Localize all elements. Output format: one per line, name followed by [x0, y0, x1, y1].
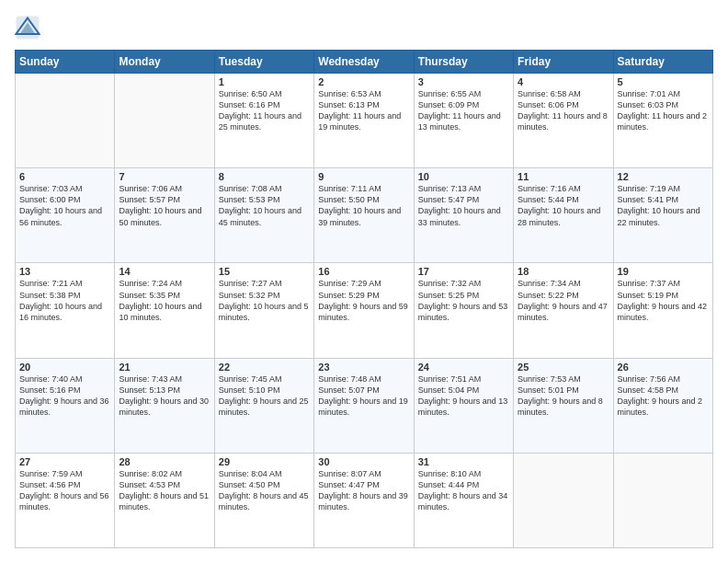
- calendar-cell: 21Sunrise: 7:43 AM Sunset: 5:13 PM Dayli…: [115, 358, 214, 453]
- weekday-header-saturday: Saturday: [613, 51, 712, 74]
- day-info: Sunrise: 6:50 AM Sunset: 6:16 PM Dayligh…: [219, 88, 310, 133]
- day-info: Sunrise: 7:59 AM Sunset: 4:56 PM Dayligh…: [19, 468, 110, 513]
- calendar-cell: 29Sunrise: 8:04 AM Sunset: 4:50 PM Dayli…: [214, 453, 313, 547]
- day-number: 21: [119, 362, 210, 373]
- calendar-cell: 2Sunrise: 6:53 AM Sunset: 6:13 PM Daylig…: [314, 74, 414, 168]
- day-number: 25: [518, 362, 609, 373]
- day-info: Sunrise: 8:07 AM Sunset: 4:47 PM Dayligh…: [318, 468, 409, 513]
- day-info: Sunrise: 7:53 AM Sunset: 5:01 PM Dayligh…: [518, 373, 609, 419]
- day-number: 1: [219, 76, 310, 87]
- weekday-header-monday: Monday: [115, 51, 214, 74]
- day-number: 10: [418, 171, 509, 182]
- calendar-row-0: 1Sunrise: 6:50 AM Sunset: 6:16 PM Daylig…: [16, 74, 713, 168]
- calendar-cell: 28Sunrise: 8:02 AM Sunset: 4:53 PM Dayli…: [115, 453, 214, 547]
- day-info: Sunrise: 7:01 AM Sunset: 6:03 PM Dayligh…: [618, 88, 709, 133]
- day-number: 31: [418, 456, 509, 467]
- calendar-cell: 19Sunrise: 7:37 AM Sunset: 5:19 PM Dayli…: [613, 263, 712, 358]
- calendar-cell: 5Sunrise: 7:01 AM Sunset: 6:03 PM Daylig…: [613, 74, 712, 168]
- weekday-header-friday: Friday: [514, 51, 613, 74]
- day-number: 13: [19, 266, 110, 277]
- day-info: Sunrise: 7:03 AM Sunset: 6:00 PM Dayligh…: [19, 183, 110, 228]
- calendar-cell: 15Sunrise: 7:27 AM Sunset: 5:32 PM Dayli…: [214, 263, 313, 358]
- page: SundayMondayTuesdayWednesdayThursdayFrid…: [0, 0, 728, 563]
- calendar-row-2: 13Sunrise: 7:21 AM Sunset: 5:38 PM Dayli…: [16, 263, 713, 358]
- calendar-cell: 10Sunrise: 7:13 AM Sunset: 5:47 PM Dayli…: [414, 168, 513, 263]
- calendar-cell: 4Sunrise: 6:58 AM Sunset: 6:06 PM Daylig…: [514, 74, 613, 168]
- day-info: Sunrise: 7:24 AM Sunset: 5:35 PM Dayligh…: [119, 278, 210, 323]
- day-number: 12: [618, 171, 709, 182]
- day-info: Sunrise: 7:06 AM Sunset: 5:57 PM Dayligh…: [119, 183, 210, 228]
- calendar-cell: 16Sunrise: 7:29 AM Sunset: 5:29 PM Dayli…: [314, 263, 414, 358]
- day-info: Sunrise: 7:21 AM Sunset: 5:38 PM Dayligh…: [19, 278, 110, 323]
- day-info: Sunrise: 7:37 AM Sunset: 5:19 PM Dayligh…: [618, 278, 709, 323]
- day-number: 2: [318, 76, 409, 87]
- day-number: 18: [518, 266, 609, 277]
- calendar-row-1: 6Sunrise: 7:03 AM Sunset: 6:00 PM Daylig…: [16, 168, 713, 263]
- day-number: 19: [618, 266, 709, 277]
- day-info: Sunrise: 7:48 AM Sunset: 5:07 PM Dayligh…: [318, 373, 409, 419]
- day-info: Sunrise: 7:19 AM Sunset: 5:41 PM Dayligh…: [618, 183, 709, 228]
- calendar-cell: 13Sunrise: 7:21 AM Sunset: 5:38 PM Dayli…: [16, 263, 115, 358]
- calendar-cell: 14Sunrise: 7:24 AM Sunset: 5:35 PM Dayli…: [115, 263, 214, 358]
- calendar-cell: 20Sunrise: 7:40 AM Sunset: 5:16 PM Dayli…: [16, 358, 115, 453]
- calendar-cell: 24Sunrise: 7:51 AM Sunset: 5:04 PM Dayli…: [414, 358, 513, 453]
- calendar-body: 1Sunrise: 6:50 AM Sunset: 6:16 PM Daylig…: [16, 74, 713, 548]
- calendar-cell: 12Sunrise: 7:19 AM Sunset: 5:41 PM Dayli…: [613, 168, 712, 263]
- day-info: Sunrise: 8:04 AM Sunset: 4:50 PM Dayligh…: [219, 468, 310, 513]
- calendar-cell: 3Sunrise: 6:55 AM Sunset: 6:09 PM Daylig…: [414, 74, 513, 168]
- calendar-cell: 27Sunrise: 7:59 AM Sunset: 4:56 PM Dayli…: [16, 453, 115, 547]
- weekday-header-row: SundayMondayTuesdayWednesdayThursdayFrid…: [16, 51, 713, 74]
- header: [15, 15, 713, 40]
- day-number: 22: [219, 362, 310, 373]
- day-number: 4: [518, 76, 609, 87]
- day-number: 27: [19, 456, 110, 467]
- day-info: Sunrise: 7:56 AM Sunset: 4:58 PM Dayligh…: [618, 373, 709, 419]
- day-info: Sunrise: 8:02 AM Sunset: 4:53 PM Dayligh…: [119, 468, 210, 513]
- calendar-row-4: 27Sunrise: 7:59 AM Sunset: 4:56 PM Dayli…: [16, 453, 713, 547]
- day-number: 17: [418, 266, 509, 277]
- day-number: 24: [418, 362, 509, 373]
- day-number: 9: [318, 171, 409, 182]
- logo: [15, 15, 44, 40]
- day-info: Sunrise: 6:53 AM Sunset: 6:13 PM Dayligh…: [318, 88, 409, 133]
- calendar-cell: 11Sunrise: 7:16 AM Sunset: 5:44 PM Dayli…: [514, 168, 613, 263]
- day-number: 30: [318, 456, 409, 467]
- day-info: Sunrise: 7:51 AM Sunset: 5:04 PM Dayligh…: [418, 373, 509, 419]
- weekday-header-thursday: Thursday: [414, 51, 513, 74]
- weekday-header-sunday: Sunday: [16, 51, 115, 74]
- day-info: Sunrise: 6:58 AM Sunset: 6:06 PM Dayligh…: [518, 88, 609, 133]
- day-number: 15: [219, 266, 310, 277]
- day-number: 14: [119, 266, 210, 277]
- day-number: 26: [618, 362, 709, 373]
- day-info: Sunrise: 7:29 AM Sunset: 5:29 PM Dayligh…: [318, 278, 409, 323]
- day-info: Sunrise: 7:16 AM Sunset: 5:44 PM Dayligh…: [518, 183, 609, 228]
- day-number: 29: [219, 456, 310, 467]
- calendar-cell: 25Sunrise: 7:53 AM Sunset: 5:01 PM Dayli…: [514, 358, 613, 453]
- calendar-cell: 6Sunrise: 7:03 AM Sunset: 6:00 PM Daylig…: [16, 168, 115, 263]
- day-info: Sunrise: 8:10 AM Sunset: 4:44 PM Dayligh…: [418, 468, 509, 513]
- day-number: 16: [318, 266, 409, 277]
- calendar-cell: 26Sunrise: 7:56 AM Sunset: 4:58 PM Dayli…: [613, 358, 712, 453]
- day-info: Sunrise: 6:55 AM Sunset: 6:09 PM Dayligh…: [418, 88, 509, 133]
- weekday-header-wednesday: Wednesday: [314, 51, 414, 74]
- logo-icon: [15, 15, 40, 40]
- day-number: 8: [219, 171, 310, 182]
- day-info: Sunrise: 7:11 AM Sunset: 5:50 PM Dayligh…: [318, 183, 409, 228]
- day-number: 11: [518, 171, 609, 182]
- calendar-cell: [115, 74, 214, 168]
- day-number: 20: [19, 362, 110, 373]
- day-info: Sunrise: 7:40 AM Sunset: 5:16 PM Dayligh…: [19, 373, 110, 419]
- weekday-header-tuesday: Tuesday: [214, 51, 313, 74]
- day-number: 3: [418, 76, 509, 87]
- day-info: Sunrise: 7:13 AM Sunset: 5:47 PM Dayligh…: [418, 183, 509, 228]
- day-info: Sunrise: 7:45 AM Sunset: 5:10 PM Dayligh…: [219, 373, 310, 419]
- calendar-cell: 8Sunrise: 7:08 AM Sunset: 5:53 PM Daylig…: [214, 168, 313, 263]
- calendar-row-3: 20Sunrise: 7:40 AM Sunset: 5:16 PM Dayli…: [16, 358, 713, 453]
- calendar-cell: 7Sunrise: 7:06 AM Sunset: 5:57 PM Daylig…: [115, 168, 214, 263]
- calendar-cell: 1Sunrise: 6:50 AM Sunset: 6:16 PM Daylig…: [214, 74, 313, 168]
- day-number: 28: [119, 456, 210, 467]
- day-number: 7: [119, 171, 210, 182]
- day-number: 5: [618, 76, 709, 87]
- day-info: Sunrise: 7:34 AM Sunset: 5:22 PM Dayligh…: [518, 278, 609, 323]
- calendar-cell: 22Sunrise: 7:45 AM Sunset: 5:10 PM Dayli…: [214, 358, 313, 453]
